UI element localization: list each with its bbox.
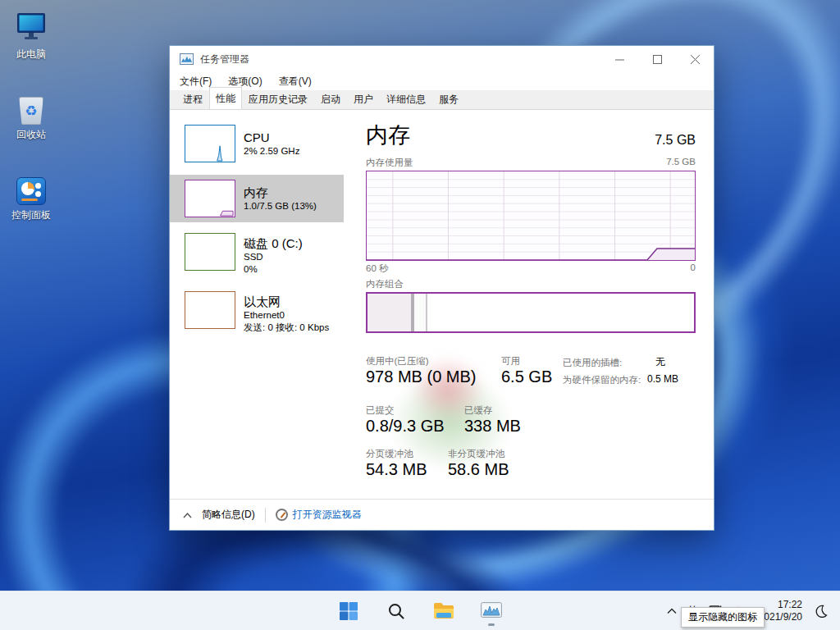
composition-label: 内存组合	[366, 278, 404, 290]
status-bar: 简略信息(D) 打开资源监视器	[170, 499, 714, 530]
task-manager-window: 任务管理器 文件(F) 选项(O) 查看(V) 进程 性能 应用历史记录 启动 …	[169, 45, 714, 531]
composition-segment-standby	[414, 294, 426, 331]
this-pc-icon	[0, 8, 62, 44]
search-button[interactable]	[381, 595, 412, 628]
desktop-icon-this-pc[interactable]: 此电脑	[0, 8, 62, 62]
desktop-icon-label: 控制面板	[0, 208, 62, 222]
menu-bar: 文件(F) 选项(O) 查看(V)	[170, 72, 714, 90]
window-title: 任务管理器	[200, 52, 600, 66]
available-label: 可用	[501, 355, 520, 368]
usage-graph-label: 内存使用量	[366, 157, 413, 169]
memory-composition-bar	[366, 292, 696, 333]
memory-title: 内存	[366, 123, 410, 148]
nonpaged-pool-value: 58.6 MB	[448, 460, 509, 479]
tab-performance[interactable]: 性能	[209, 87, 242, 109]
minimize-button[interactable]	[600, 46, 638, 72]
axis-left-label: 60 秒	[366, 262, 389, 275]
sidebar-item-disk0[interactable]: 磁盘 0 (C:) SSD 0%	[170, 230, 344, 281]
reserved-value: 0.5 MB	[647, 373, 678, 385]
menu-view[interactable]: 查看(V)	[279, 75, 312, 89]
sidebar-item-memory[interactable]: 内存 1.0/7.5 GB (13%)	[170, 175, 344, 222]
task-manager-app-icon	[180, 53, 194, 65]
tab-processes[interactable]: 进程	[176, 89, 209, 110]
committed-label: 已提交	[366, 404, 395, 417]
memory-capacity: 7.5 GB	[655, 133, 696, 148]
usage-graph-max: 7.5 GB	[666, 157, 696, 169]
control-panel-icon	[0, 169, 62, 205]
tab-services[interactable]: 服务	[432, 89, 465, 110]
show-hidden-icons-tooltip: 显示隐藏的图标	[681, 607, 765, 628]
open-resource-monitor-link[interactable]: 打开资源监视器	[293, 508, 362, 522]
memory-mini-graph-icon	[185, 180, 235, 217]
sidebar-ethernet-throughput: 发送: 0 接收: 0 Kbps	[244, 322, 329, 334]
menu-file[interactable]: 文件(F)	[180, 75, 212, 89]
nonpaged-pool-label: 非分页缓冲池	[448, 448, 504, 460]
performance-pane: CPU 2% 2.59 GHz 内存 1.0/7.5 GB (13%)	[170, 110, 714, 499]
desktop-icon-recycle-bin[interactable]: ♻ 回收站	[0, 89, 62, 142]
paged-pool-value: 54.3 MB	[366, 460, 427, 479]
menu-options[interactable]: 选项(O)	[228, 75, 262, 89]
sidebar-cpu-stats: 2% 2.59 GHz	[244, 145, 299, 158]
tab-strip: 进程 性能 应用历史记录 启动 用户 详细信息 服务	[170, 90, 714, 110]
performance-sidebar: CPU 2% 2.59 GHz 内存 1.0/7.5 GB (13%)	[170, 110, 344, 499]
desktop-icon-label: 此电脑	[0, 48, 62, 62]
desktop-icon-control-panel[interactable]: 控制面板	[0, 169, 62, 222]
reserved-label: 为硬件保留的内存:	[563, 374, 641, 386]
cached-label: 已缓存	[464, 404, 493, 417]
clock-date: 2021/9/20	[759, 611, 802, 623]
tab-app-history[interactable]: 应用历史记录	[242, 89, 314, 110]
show-hidden-icons-chevron[interactable]	[662, 605, 682, 617]
cpu-mini-graph-icon	[185, 125, 235, 162]
close-button[interactable]	[676, 46, 714, 72]
sidebar-disk-usage: 0%	[244, 263, 303, 276]
sidebar-ethernet-title: 以太网	[244, 294, 329, 309]
memory-usage-graph	[366, 171, 696, 261]
available-value: 6.5 GB	[501, 368, 552, 386]
recycle-bin-icon: ♻	[0, 89, 62, 125]
in-use-value: 978 MB (0 MB)	[366, 368, 476, 386]
clock[interactable]: 17:22 2021/9/20	[759, 599, 802, 623]
sidebar-cpu-title: CPU	[244, 130, 299, 145]
sidebar-memory-title: 内存	[244, 185, 317, 200]
slots-value: 无	[655, 355, 665, 369]
sidebar-memory-stats: 1.0/7.5 GB (13%)	[244, 200, 317, 212]
maximize-button[interactable]	[638, 46, 676, 72]
task-manager-taskbar-button[interactable]	[476, 595, 507, 628]
statusbar-divider	[265, 508, 266, 523]
paged-pool-label: 分页缓冲池	[366, 448, 413, 460]
running-app-indicator	[488, 623, 495, 626]
sidebar-item-cpu[interactable]: CPU 2% 2.59 GHz	[170, 120, 344, 167]
start-button[interactable]	[333, 595, 364, 628]
desktop-icon-label: 回收站	[0, 128, 62, 142]
in-use-label: 使用中(已压缩)	[366, 355, 429, 368]
disk-mini-graph-icon	[185, 233, 235, 271]
memory-detail-panel: 内存 7.5 GB 内存使用量 7.5 GB 60 秒 0 内存组合 使用中(已…	[366, 110, 696, 499]
title-bar[interactable]: 任务管理器	[170, 46, 714, 72]
slots-label: 已使用的插槽:	[563, 357, 622, 369]
sidebar-disk-title: 磁盘 0 (C:)	[244, 235, 303, 251]
file-explorer-button[interactable]	[428, 595, 459, 628]
tab-startup[interactable]: 启动	[314, 89, 347, 110]
tab-users[interactable]: 用户	[347, 89, 380, 110]
ethernet-mini-graph-icon	[185, 291, 235, 329]
tab-details[interactable]: 详细信息	[380, 89, 432, 110]
axis-right-label: 0	[691, 262, 696, 275]
composition-segment-free	[427, 294, 694, 331]
sidebar-item-ethernet[interactable]: 以太网 Ethernet0 发送: 0 接收: 0 Kbps	[170, 288, 344, 339]
composition-segment-in-use	[368, 294, 411, 331]
clock-time: 17:22	[759, 599, 802, 611]
sidebar-ethernet-adapter: Ethernet0	[244, 309, 329, 322]
committed-value: 0.8/9.3 GB	[366, 417, 445, 436]
cached-value: 338 MB	[464, 417, 521, 436]
sidebar-disk-type: SSD	[244, 251, 303, 263]
collapse-chevron-icon[interactable]	[183, 509, 192, 521]
resource-monitor-icon	[276, 509, 288, 521]
focus-assist-moon-icon[interactable]	[809, 605, 833, 618]
fewer-details-toggle[interactable]: 简略信息(D)	[202, 508, 255, 522]
